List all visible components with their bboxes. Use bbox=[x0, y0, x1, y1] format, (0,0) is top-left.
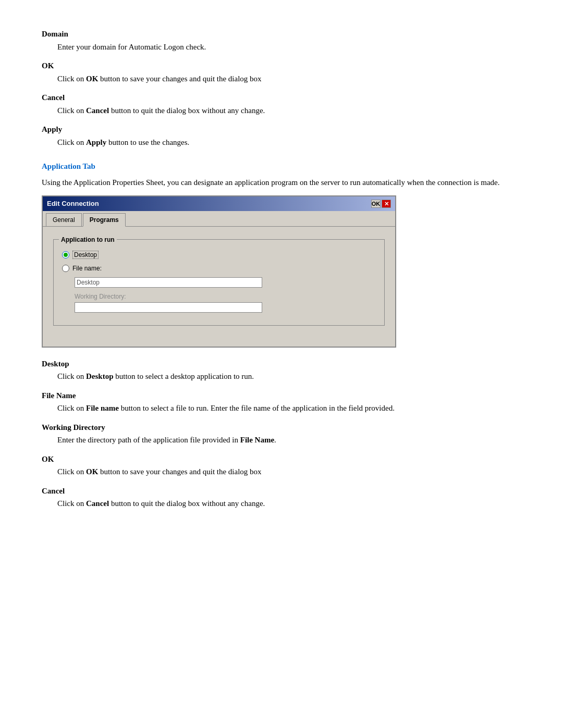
filename-section: File Name Click on File name button to s… bbox=[42, 390, 521, 414]
working-dir-input[interactable] bbox=[75, 302, 262, 313]
cancel-bold-top: Cancel bbox=[86, 106, 109, 115]
titlebar-buttons: OK ✕ bbox=[371, 200, 391, 208]
application-tab-intro: Using the Application Properties Sheet, … bbox=[42, 177, 521, 189]
desktop-label-bordered: Desktop bbox=[72, 251, 99, 259]
filename-field-row bbox=[75, 277, 376, 288]
filename-radio-row: File name: bbox=[62, 264, 376, 273]
cancel-desc-top: Click on Cancel button to quit the dialo… bbox=[57, 105, 521, 117]
ok-desc-top: Click on OK button to save your changes … bbox=[57, 73, 521, 85]
top-sections: Domain Enter your domain for Automatic L… bbox=[42, 28, 521, 148]
domain-section: Domain Enter your domain for Automatic L… bbox=[42, 28, 521, 53]
groupbox-legend: Application to run bbox=[59, 235, 117, 244]
dialog-body: Application to run Desktop File name: Wo… bbox=[43, 227, 395, 347]
cancel-section-top: Cancel Click on Cancel button to quit th… bbox=[42, 92, 521, 116]
application-tab-heading: Application Tab bbox=[42, 161, 521, 172]
ok-term-bottom: OK bbox=[42, 453, 521, 465]
domain-desc: Enter your domain for Automatic Logon ch… bbox=[57, 41, 521, 53]
working-dir-term: Working Directory bbox=[42, 422, 521, 434]
desktop-radio[interactable] bbox=[62, 251, 69, 258]
ok-desc-bottom: Click on OK button to save your changes … bbox=[57, 466, 521, 478]
edit-connection-dialog: Edit Connection OK ✕ General Programs Ap… bbox=[42, 195, 396, 348]
filename-radio-label: File name: bbox=[72, 264, 102, 273]
working-dir-label: Working Directory: bbox=[75, 292, 376, 301]
application-to-run-groupbox: Application to run Desktop File name: Wo… bbox=[53, 239, 385, 326]
filename-desc: Click on File name button to select a fi… bbox=[57, 402, 521, 414]
radio-dot bbox=[64, 253, 68, 257]
bottom-sections: Desktop Click on Desktop button to selec… bbox=[42, 358, 521, 510]
desktop-radio-row: Desktop bbox=[62, 250, 376, 260]
dialog-close-button[interactable]: ✕ bbox=[382, 200, 391, 208]
dialog-ok-button[interactable]: OK bbox=[371, 200, 381, 208]
tab-general[interactable]: General bbox=[46, 213, 82, 226]
filename-term: File Name bbox=[42, 390, 521, 402]
apply-term: Apply bbox=[42, 124, 521, 135]
ok-section-bottom: OK Click on OK button to save your chang… bbox=[42, 453, 521, 478]
ok-bold-bottom: OK bbox=[86, 467, 98, 476]
cancel-term-top: Cancel bbox=[42, 92, 521, 104]
desktop-desc: Click on Desktop button to select a desk… bbox=[57, 371, 521, 382]
dialog-title: Edit Connection bbox=[47, 199, 99, 209]
filename-input[interactable] bbox=[75, 277, 262, 288]
working-dir-desc: Enter the directory path of the applicat… bbox=[57, 434, 521, 446]
domain-term: Domain bbox=[42, 28, 521, 40]
file-name-bold: File Name bbox=[240, 436, 274, 444]
ok-bold-top: OK bbox=[86, 75, 98, 83]
dialog-tabs: General Programs bbox=[43, 211, 395, 227]
desktop-term: Desktop bbox=[42, 358, 521, 370]
filename-radio[interactable] bbox=[62, 265, 69, 272]
working-dir-field-row: Working Directory: bbox=[75, 292, 376, 313]
cancel-section-bottom: Cancel Click on Cancel button to quit th… bbox=[42, 485, 521, 510]
cancel-desc-bottom: Click on Cancel button to quit the dialo… bbox=[57, 498, 521, 510]
desktop-section: Desktop Click on Desktop button to selec… bbox=[42, 358, 521, 382]
cancel-term-bottom: Cancel bbox=[42, 485, 521, 497]
filename-bold: File name bbox=[86, 404, 119, 412]
dialog-titlebar: Edit Connection OK ✕ bbox=[43, 196, 395, 211]
desktop-radio-label: Desktop bbox=[72, 250, 99, 260]
cancel-bold-bottom: Cancel bbox=[86, 499, 109, 508]
tab-programs[interactable]: Programs bbox=[83, 213, 126, 227]
desktop-bold: Desktop bbox=[86, 372, 114, 380]
apply-section: Apply Click on Apply button to use the c… bbox=[42, 124, 521, 148]
apply-bold: Apply bbox=[86, 138, 106, 146]
working-dir-section: Working Directory Enter the directory pa… bbox=[42, 422, 521, 446]
apply-desc: Click on Apply button to use the changes… bbox=[57, 137, 521, 149]
ok-term-top: OK bbox=[42, 60, 521, 72]
ok-section-top: OK Click on OK button to save your chang… bbox=[42, 60, 521, 84]
